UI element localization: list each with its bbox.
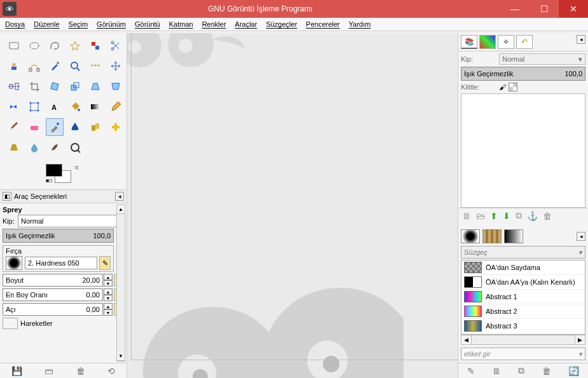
anchor-layer-icon[interactable]: ⚓ [527, 211, 538, 221]
layer-up-icon[interactable]: ⬆ [490, 211, 498, 221]
gradient-item[interactable]: ÖA'dan Saydama [462, 260, 585, 275]
size-input[interactable]: Boyut20,00 [3, 274, 103, 287]
lock-alpha-icon[interactable] [509, 83, 517, 91]
canvas-area[interactable] [127, 33, 458, 378]
tool-perspective[interactable] [107, 78, 125, 95]
brush-select[interactable]: 2. Hardness 050 [25, 257, 97, 269]
menu-select[interactable]: Seçim [69, 20, 88, 28]
tool-bucket-fill[interactable] [66, 98, 84, 116]
duplicate-gradient-icon[interactable]: ⧉ [518, 365, 524, 376]
tool-scale[interactable] [66, 78, 84, 95]
tool-paths[interactable] [25, 57, 43, 75]
mode-select[interactable]: Normal▾ [18, 215, 125, 227]
tool-zoom[interactable] [66, 57, 84, 75]
tool-blend[interactable] [86, 98, 104, 116]
menu-file[interactable]: Dosya [5, 20, 25, 28]
tool-pencil[interactable] [107, 98, 125, 116]
menu-tools[interactable]: Araçlar [235, 20, 257, 28]
swap-colors-icon[interactable]: ⤭ [74, 164, 79, 171]
menu-colors[interactable]: Renkler [202, 20, 226, 28]
angle-input[interactable]: Açı0,00 [3, 303, 103, 316]
close-button[interactable]: ✕ [559, 0, 588, 18]
lock-pixels-icon[interactable]: 🖌 [499, 83, 506, 91]
tab-undo[interactable]: ↶ [516, 35, 533, 49]
tool-flip[interactable] [5, 98, 23, 116]
tab-channels[interactable] [479, 35, 496, 49]
delete-layer-icon[interactable]: 🗑 [543, 211, 552, 221]
tag-input[interactable]: etiket gir▾ [461, 348, 585, 360]
menu-edit[interactable]: Düzenle [34, 20, 59, 28]
tool-color-select[interactable] [86, 37, 104, 55]
tool-ellipse-select[interactable] [25, 37, 43, 55]
panel-menu-button[interactable]: ◂ [115, 192, 124, 201]
gradient-hscroll[interactable]: ◀▶ [461, 335, 585, 345]
layer-list[interactable] [461, 93, 585, 208]
menu-view[interactable]: Görünüm [97, 20, 126, 28]
layer-group-icon[interactable]: 🗁 [476, 211, 485, 221]
tab-brushes[interactable] [461, 229, 480, 243]
default-colors-icon[interactable] [46, 179, 52, 186]
menu-filters[interactable]: Süzgeçler [266, 20, 297, 28]
tool-move[interactable] [107, 57, 125, 75]
layer-opacity-slider[interactable]: Işık Geçirmezlik100,0 [461, 67, 585, 81]
tool-ink[interactable] [66, 118, 84, 136]
tool-scissors[interactable] [107, 37, 125, 55]
minimize-button[interactable]: — [500, 0, 530, 18]
tool-blur[interactable] [25, 138, 43, 156]
layer-down-icon[interactable]: ⬇ [503, 211, 510, 221]
menu-layer[interactable]: Katman [169, 20, 193, 28]
options-scrollbar[interactable]: ▲▼ [116, 205, 125, 361]
tool-fuzzy-select[interactable] [66, 37, 84, 55]
maximize-button[interactable]: ☐ [530, 0, 559, 18]
opacity-slider[interactable]: Işık Geçirmezlik100,0 [3, 229, 114, 243]
gradient-item[interactable]: Abstract 1 [462, 290, 585, 304]
tool-cage[interactable] [25, 98, 43, 116]
tool-rect-select[interactable] [5, 37, 23, 55]
tool-foreground-select[interactable] [5, 57, 23, 75]
color-swatches[interactable]: ⤭ [46, 164, 78, 189]
tool-options-icon[interactable]: ◧ [3, 192, 11, 201]
tool-eraser[interactable] [25, 118, 43, 136]
dynamics-icon[interactable] [3, 318, 18, 329]
gradient-item[interactable]: ÖA'dan AA'ya (Kalın Kenarlı) [462, 275, 585, 290]
menu-windows[interactable]: Pencereler [306, 20, 339, 28]
panel-menu-button-grad[interactable]: ◂ [577, 232, 585, 241]
tool-measure[interactable] [86, 57, 104, 75]
tool-paintbrush[interactable] [5, 118, 23, 136]
tool-dodge-burn[interactable] [66, 138, 84, 156]
gradient-item[interactable]: Abstract 2 [462, 304, 585, 319]
tool-free-select[interactable] [46, 37, 64, 55]
tool-shear[interactable] [86, 78, 104, 95]
tool-rotate[interactable] [46, 78, 64, 95]
tool-text[interactable]: A [46, 98, 64, 116]
save-options-icon[interactable]: 💾 [11, 366, 22, 376]
menu-help[interactable]: Yardım [349, 20, 371, 28]
tool-align[interactable] [5, 78, 23, 95]
tool-airbrush[interactable] [46, 118, 64, 136]
brush-edit-button[interactable]: ✎ [99, 256, 111, 270]
tool-heal[interactable] [107, 118, 125, 136]
layer-mode-select[interactable]: Normal▾ [499, 53, 585, 65]
tool-color-picker[interactable] [46, 57, 64, 75]
tool-smudge[interactable] [46, 138, 64, 156]
panel-menu-button-right[interactable]: ◂ [577, 35, 585, 44]
tool-crop[interactable] [25, 78, 43, 95]
edit-gradient-icon[interactable]: ✎ [467, 366, 475, 376]
delete-gradient-icon[interactable]: 🗑 [542, 366, 551, 376]
delete-options-icon[interactable]: 🗑 [76, 366, 85, 376]
size-up[interactable]: ▲ [104, 274, 113, 280]
menu-image[interactable]: Görüntü [135, 20, 160, 28]
gradient-filter[interactable]: Süzgeç▾ [461, 246, 585, 259]
tab-paths[interactable]: ✧ [498, 35, 514, 49]
tool-perspective-clone[interactable] [5, 138, 23, 156]
size-down[interactable]: ▼ [104, 280, 113, 287]
new-gradient-icon[interactable]: 🗎 [492, 366, 501, 376]
duplicate-layer-icon[interactable]: ⧉ [516, 210, 522, 221]
foreground-color[interactable] [46, 164, 62, 177]
brush-thumbnail[interactable] [6, 256, 22, 270]
aspect-input[interactable]: En Boy Oranı0,00 [3, 288, 103, 301]
refresh-gradient-icon[interactable]: 🔄 [568, 366, 579, 376]
new-layer-icon[interactable]: 🗎 [462, 211, 471, 221]
reset-options-icon[interactable]: ⟲ [107, 366, 115, 376]
gradient-item[interactable]: Abstract 3 [462, 319, 585, 334]
